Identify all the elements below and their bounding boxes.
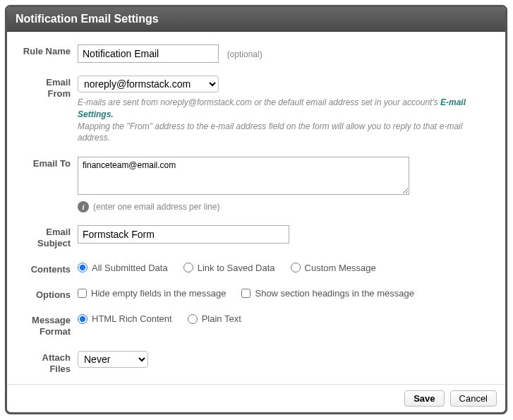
save-button[interactable]: Save (404, 390, 444, 407)
format-html[interactable]: HTML Rich Content (78, 313, 172, 324)
email-to-hint: (enter one email address per line) (93, 202, 219, 212)
label-email-subject: Email Subject (21, 225, 78, 250)
option-show-headings[interactable]: Show section headings in the message (241, 288, 414, 299)
format-radio-html[interactable] (78, 314, 87, 324)
row-contents: Contents All Submitted Data Link to Save… (21, 263, 491, 275)
option-hide-empty[interactable]: Hide empty fields in the message (78, 288, 226, 299)
contents-link-saved[interactable]: Link to Saved Data (183, 263, 275, 273)
info-icon: i (78, 201, 89, 212)
email-from-select[interactable]: noreply@formstack.com (78, 76, 219, 92)
contents-custom-message[interactable]: Custom Message (291, 263, 376, 273)
row-rule-name: Rule Name (optional) (21, 44, 491, 63)
contents-radio-3[interactable] (291, 263, 301, 272)
cancel-button[interactable]: Cancel (450, 390, 497, 407)
contents-radio-2[interactable] (183, 263, 193, 272)
row-email-from: Email From noreply@formstack.com E-mails… (21, 76, 491, 144)
email-to-textarea[interactable]: financeteam@email.com (78, 157, 409, 195)
settings-modal: Notification Email Settings Rule Name (o… (5, 5, 507, 414)
label-attach-files: Attach Files (21, 351, 78, 376)
label-contents: Contents (21, 263, 78, 275)
email-from-help: E-mails are sent from noreply@formstack.… (78, 97, 491, 144)
format-plain[interactable]: Plain Text (188, 313, 241, 324)
hide-empty-checkbox[interactable] (78, 289, 87, 298)
contents-radio-1[interactable] (78, 263, 87, 272)
row-attach-files: Attach Files Never (21, 351, 491, 376)
row-email-subject: Email Subject (21, 225, 491, 250)
modal-body: Rule Name (optional) Email From noreply@… (7, 32, 505, 384)
email-subject-input[interactable] (78, 225, 289, 244)
row-message-format: Message Format HTML Rich Content Plain T… (21, 313, 491, 338)
label-email-to: Email To (21, 157, 78, 169)
attach-files-select[interactable]: Never (78, 351, 148, 368)
optional-hint: (optional) (227, 49, 262, 59)
row-options: Options Hide empty fields in the message… (21, 288, 491, 301)
format-radio-plain[interactable] (188, 314, 198, 324)
contents-all-submitted[interactable]: All Submitted Data (78, 263, 168, 273)
label-message-format: Message Format (21, 313, 78, 338)
show-headings-checkbox[interactable] (241, 289, 251, 298)
modal-footer: Save Cancel (7, 384, 505, 412)
row-email-to: Email To financeteam@email.com i (enter … (21, 157, 491, 212)
help-text-2: Mapping the "From" address to the e-mail… (78, 121, 462, 143)
label-options: Options (21, 288, 78, 301)
label-email-from: Email From (21, 76, 78, 100)
rule-name-input[interactable] (78, 44, 219, 63)
modal-title: Notification Email Settings (7, 7, 505, 32)
help-text-1: E-mails are sent from noreply@formstack.… (78, 97, 440, 107)
label-rule-name: Rule Name (21, 44, 78, 57)
